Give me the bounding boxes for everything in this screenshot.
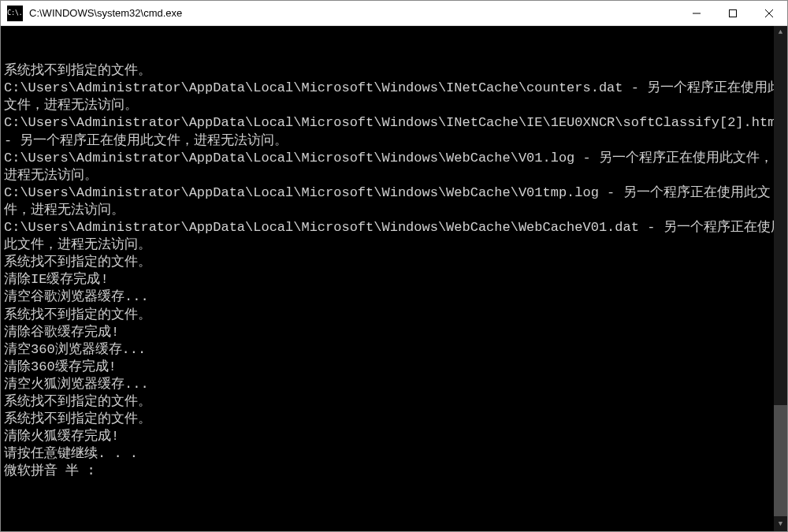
scroll-down-arrow[interactable]: ▼ xyxy=(774,518,787,531)
scroll-up-arrow[interactable]: ▲ xyxy=(774,26,787,39)
terminal-line: C:\Users\Administrator\AppData\Local\Mic… xyxy=(4,150,786,184)
scrollbar-thumb[interactable] xyxy=(774,405,787,516)
close-button[interactable] xyxy=(751,1,787,25)
terminal-line: 系统找不到指定的文件。 xyxy=(4,254,786,271)
close-icon xyxy=(765,9,773,17)
terminal-line: 清空火狐浏览器缓存... xyxy=(4,376,786,393)
terminal-line: 清除火狐缓存完成! xyxy=(4,428,786,445)
maximize-button[interactable] xyxy=(715,1,751,25)
window-title: C:\WINDOWS\system32\cmd.exe xyxy=(29,7,678,19)
titlebar[interactable]: C:\. C:\WINDOWS\system32\cmd.exe xyxy=(1,1,787,26)
svg-rect-1 xyxy=(730,9,737,17)
terminal-line: 系统找不到指定的文件。 xyxy=(4,393,786,411)
terminal-line: 系统找不到指定的文件。 xyxy=(4,62,786,80)
cmd-icon: C:\. xyxy=(7,6,23,21)
terminal-line: 清除谷歌缓存完成! xyxy=(4,324,786,341)
maximize-icon xyxy=(729,9,737,17)
minimize-button[interactable] xyxy=(678,1,715,25)
terminal-line: 清空谷歌浏览器缓存... xyxy=(4,288,786,306)
terminal-output[interactable]: 系统找不到指定的文件。C:\Users\Administrator\AppDat… xyxy=(1,26,787,531)
terminal-line: C:\Users\Administrator\AppData\Local\Mic… xyxy=(4,184,786,219)
terminal-line: 清除IE缓存完成! xyxy=(4,271,786,288)
window-controls xyxy=(678,1,787,25)
terminal-line: 清空360浏览器缓存... xyxy=(4,341,786,359)
terminal-line: 清除360缓存完成! xyxy=(4,359,786,376)
terminal-content: 系统找不到指定的文件。C:\Users\Administrator\AppDat… xyxy=(4,62,786,480)
terminal-line: 系统找不到指定的文件。 xyxy=(4,411,786,428)
cmd-window: C:\. C:\WINDOWS\system32\cmd.exe 系统找不到指定… xyxy=(0,0,788,532)
scrollbar[interactable]: ▲ ▼ xyxy=(774,26,787,531)
terminal-line: C:\Users\Administrator\AppData\Local\Mic… xyxy=(4,219,786,254)
terminal-line: 系统找不到指定的文件。 xyxy=(4,307,786,324)
terminal-line: 请按任意键继续. . . xyxy=(4,445,786,463)
minimize-icon xyxy=(693,9,701,17)
terminal-line: C:\Users\Administrator\AppData\Local\Mic… xyxy=(4,80,786,114)
terminal-line: 微软拼音 半 : xyxy=(4,463,786,480)
terminal-line: C:\Users\Administrator\AppData\Local\Mic… xyxy=(4,114,786,149)
